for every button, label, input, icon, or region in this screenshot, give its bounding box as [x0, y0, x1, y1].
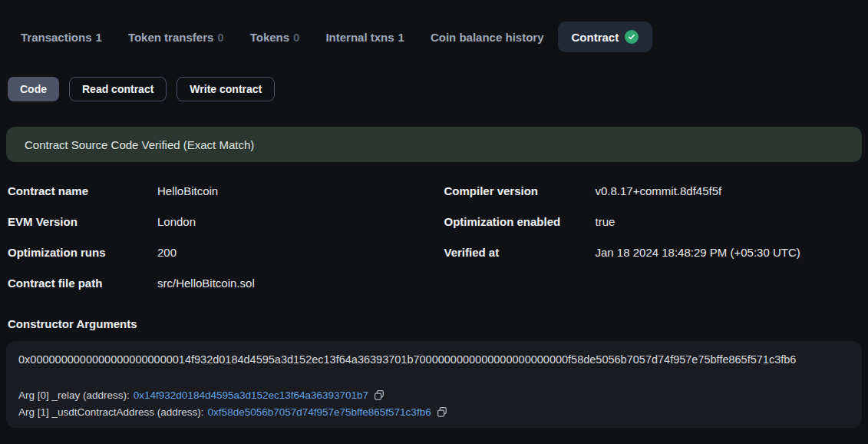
constructor-arguments-box: 0x00000000000000000000000014f932d0184d45…: [6, 341, 862, 428]
tab-count: 1: [96, 31, 102, 44]
tab-count: 1: [398, 31, 404, 44]
info-label: EVM Version: [8, 215, 157, 228]
info-row-optimization-runs: Optimization runs 200: [8, 237, 434, 267]
tab-count: 0: [293, 31, 299, 44]
tab-tokens[interactable]: Tokens0: [250, 31, 300, 44]
info-label: Contract file path: [8, 277, 157, 290]
info-value: Jan 18 2024 18:48:29 PM (+05:30 UTC): [596, 246, 800, 259]
info-value: src/HelloBitcoin.sol: [157, 277, 255, 290]
write-contract-button[interactable]: Write contract: [177, 77, 275, 101]
info-label: Optimization enabled: [444, 215, 596, 228]
tab-bar: Transactions1 Token transfers0 Tokens0 I…: [6, 22, 862, 52]
info-value: v0.8.17+commit.8df45f5f: [596, 184, 722, 197]
arg-label: Arg [1] _usdtContractAddress (address):: [18, 404, 204, 421]
read-contract-button[interactable]: Read contract: [69, 77, 167, 101]
tab-transactions[interactable]: Transactions1: [21, 31, 102, 44]
arg-label: Arg [0] _relay (address):: [18, 387, 130, 404]
info-row-evm-version: EVM Version London: [8, 206, 434, 237]
info-row-verified-at: Verified at Jan 18 2024 18:48:29 PM (+05…: [444, 237, 863, 267]
info-label: Contract name: [8, 184, 157, 197]
info-value: HelloBitcoin: [157, 184, 218, 197]
constructor-raw-bytes: 0x00000000000000000000000014f932d0184d45…: [18, 352, 850, 367]
tab-count: 0: [217, 31, 223, 44]
tab-contract[interactable]: Contract: [558, 22, 653, 52]
tab-label: Coin balance history: [431, 31, 544, 44]
constructor-arg-1: Arg [1] _usdtContractAddress (address): …: [18, 404, 850, 421]
info-value: 200: [157, 246, 177, 259]
arg-address-link[interactable]: 0xf58de5056b7057d74f957e75bffe865f571c3f…: [208, 404, 431, 421]
info-label: Optimization runs: [8, 246, 157, 259]
verification-banner: Contract Source Code Verified (Exact Mat…: [6, 127, 862, 162]
contract-subtab-bar: Code Read contract Write contract: [6, 77, 862, 101]
info-column-right: Compiler version v0.8.17+commit.8df45f5f…: [434, 175, 863, 298]
info-label: Compiler version: [444, 184, 596, 197]
tab-label: Tokens: [250, 31, 289, 44]
contract-page: Transactions1 Token transfers0 Tokens0 I…: [0, 22, 868, 428]
tab-label: Transactions: [21, 31, 92, 44]
info-label: Verified at: [444, 246, 596, 259]
tab-label: Token transfers: [128, 31, 213, 44]
info-row-contract-name: Contract name HelloBitcoin: [8, 175, 434, 206]
copy-icon[interactable]: [437, 406, 447, 418]
info-column-left: Contract name HelloBitcoin EVM Version L…: [6, 175, 434, 298]
arg-address-link[interactable]: 0x14f932d0184d4595a3d152ec13f64a36393701…: [134, 387, 368, 404]
verified-check-icon: [625, 30, 639, 44]
verification-banner-text: Contract Source Code Verified (Exact Mat…: [25, 138, 254, 151]
copy-icon[interactable]: [374, 389, 384, 401]
contract-info-grid: Contract name HelloBitcoin EVM Version L…: [6, 175, 862, 298]
tab-internal-txns[interactable]: Internal txns1: [325, 31, 404, 44]
tab-coin-balance-history[interactable]: Coin balance history: [431, 31, 544, 44]
tab-label: Contract: [572, 31, 619, 44]
info-row-compiler-version: Compiler version v0.8.17+commit.8df45f5f: [444, 175, 863, 206]
code-tab-button[interactable]: Code: [8, 77, 59, 101]
constructor-arguments-heading: Constructor Arguments: [6, 316, 862, 332]
tab-label: Internal txns: [325, 31, 394, 44]
info-row-optimization-enabled: Optimization enabled true: [444, 206, 863, 237]
info-value: London: [157, 215, 196, 228]
info-row-contract-file-path: Contract file path src/HelloBitcoin.sol: [8, 267, 434, 298]
info-value: true: [596, 215, 616, 228]
tab-token-transfers[interactable]: Token transfers0: [128, 31, 224, 44]
constructor-arg-0: Arg [0] _relay (address): 0x14f932d0184d…: [18, 387, 850, 404]
